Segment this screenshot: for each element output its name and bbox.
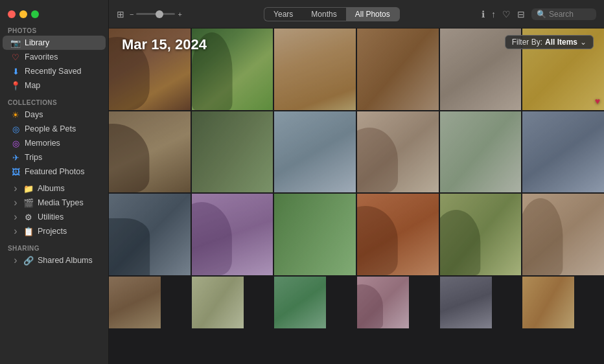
window-minimize[interactable] — [19, 10, 27, 18]
toolbar-left: ⊞ − + — [117, 9, 182, 19]
sidebar-item-people-pets[interactable]: ◎ People & Pets — [3, 122, 106, 136]
sidebar-label-people-pets: People & Pets — [25, 124, 76, 133]
sidebar-label-featured-photos: Featured Photos — [25, 167, 84, 176]
search-input[interactable] — [549, 10, 594, 19]
sidebar-label-albums: Albums — [38, 184, 65, 193]
days-icon: ☀ — [10, 109, 21, 120]
main-area: ⊞ − + Years Months All Photos ℹ ↑ ♡ ⊟ 🔍 — [109, 0, 604, 364]
photo-cell[interactable] — [192, 277, 244, 328]
people-pets-icon: ◎ — [10, 124, 21, 134]
filter-value: All Items — [545, 38, 577, 47]
photo-cell[interactable] — [109, 194, 191, 275]
memories-icon: ◎ — [10, 138, 21, 148]
photo-cell[interactable] — [440, 111, 522, 193]
sidebar-item-recently-saved[interactable]: ⬇ Recently Saved — [3, 64, 106, 78]
photo-cell[interactable] — [109, 111, 191, 193]
sidebar-label-projects: Projects — [38, 227, 67, 236]
sidebar-item-projects[interactable]: › 📋 Projects — [3, 224, 106, 238]
photo-cell[interactable] — [440, 194, 522, 275]
sidebar-item-memories[interactable]: ◎ Memories — [3, 136, 106, 150]
media-types-icon: 🎬 — [23, 198, 34, 208]
sidebar-label-memories: Memories — [25, 139, 60, 148]
albums-expand-icon: › — [10, 183, 21, 194]
sidebar-label-map: Map — [25, 81, 40, 90]
photo-cell[interactable] — [274, 28, 356, 110]
trips-icon: ✈ — [10, 152, 21, 163]
photo-cell[interactable] — [522, 111, 604, 193]
window-close[interactable] — [8, 10, 16, 18]
favorites-icon: ♡ — [10, 52, 21, 62]
sidebar-label-library: Library — [25, 38, 49, 47]
zoom-slider[interactable]: − + — [130, 10, 182, 18]
sidebar-item-albums[interactable]: › 📁 Albums — [3, 181, 106, 196]
photo-cell[interactable] — [109, 28, 191, 110]
photo-cell[interactable] — [522, 277, 574, 328]
photo-cell[interactable] — [109, 277, 161, 328]
sidebar-label-days: Days — [25, 110, 43, 119]
photo-grid-wrapper: Mar 15, 2024 Filter By: All Items ⌄ — [109, 28, 604, 364]
sidebar: Photos 📷 Library ♡ Favorites ⬇ Recently … — [0, 0, 109, 364]
media-types-expand-icon: › — [10, 198, 21, 208]
tab-all-photos[interactable]: All Photos — [346, 7, 400, 21]
photo-cell[interactable] — [192, 28, 273, 110]
sidebar-item-shared-albums[interactable]: › 🔗 Shared Albums — [3, 253, 106, 267]
heart-icon[interactable]: ♡ — [502, 9, 511, 19]
grid-view-icon[interactable]: ⊞ — [117, 9, 124, 19]
sidebar-label-media-types: Media Types — [38, 198, 84, 207]
tab-months[interactable]: Months — [302, 7, 345, 21]
window-maximize[interactable] — [31, 10, 39, 18]
search-box[interactable]: 🔍 — [531, 8, 596, 20]
photo-cell[interactable] — [357, 277, 409, 328]
sidebar-item-utilities[interactable]: › ⚙ Utilities — [3, 210, 106, 224]
zoom-thumb — [156, 10, 163, 18]
filter-button[interactable]: Filter By: All Items ⌄ — [505, 35, 594, 49]
heart-badge: ♥ — [595, 96, 600, 106]
projects-icon: 📋 — [23, 226, 34, 236]
share-icon[interactable]: ↑ — [491, 9, 496, 19]
sidebar-section-sharing: Sharing — [0, 238, 108, 253]
filter-chevron-icon: ⌄ — [580, 38, 587, 47]
toolbar-tabs: Years Months All Photos — [187, 7, 476, 21]
sidebar-section-photos: Photos — [0, 21, 108, 36]
search-icon: 🔍 — [537, 10, 546, 19]
photo-cell[interactable] — [274, 111, 356, 193]
photo-cell[interactable] — [357, 111, 439, 193]
photo-cell[interactable] — [192, 111, 273, 193]
sidebar-section-collections: Collections — [0, 93, 108, 108]
photo-cell[interactable] — [357, 28, 439, 110]
featured-photos-icon: 🖼 — [10, 166, 21, 177]
recently-saved-icon: ⬇ — [10, 66, 21, 76]
sidebar-item-library[interactable]: 📷 Library — [3, 36, 106, 50]
map-icon: 📍 — [10, 80, 21, 91]
zoom-minus-icon[interactable]: − — [130, 10, 134, 18]
photo-cell[interactable] — [357, 194, 439, 275]
tab-years[interactable]: Years — [264, 7, 302, 21]
albums-icon: 📁 — [23, 183, 34, 194]
zoom-plus-icon[interactable]: + — [178, 10, 181, 18]
sidebar-item-map[interactable]: 📍 Map — [3, 78, 106, 93]
sidebar-item-days[interactable]: ☀ Days — [3, 108, 106, 122]
sidebar-toggle-icon[interactable]: ⊟ — [517, 9, 525, 19]
zoom-track — [136, 13, 175, 15]
shared-albums-icon: 🔗 — [23, 255, 34, 266]
toolbar: ⊞ − + Years Months All Photos ℹ ↑ ♡ ⊟ 🔍 — [109, 0, 604, 28]
photo-cell[interactable] — [274, 194, 356, 275]
photo-cell[interactable] — [440, 277, 492, 328]
photo-cell[interactable] — [522, 194, 604, 275]
library-icon: 📷 — [10, 38, 21, 48]
sidebar-item-trips[interactable]: ✈ Trips — [3, 150, 106, 165]
photo-cell[interactable] — [192, 194, 273, 275]
sidebar-label-favorites: Favorites — [25, 52, 58, 62]
sidebar-label-trips: Trips — [25, 153, 42, 162]
sidebar-item-featured-photos[interactable]: 🖼 Featured Photos — [3, 165, 106, 179]
filter-label: Filter By: — [512, 38, 542, 47]
shared-albums-expand-icon: › — [10, 255, 21, 266]
photo-grid: ♥ — [109, 28, 604, 328]
info-icon[interactable]: ℹ — [482, 9, 485, 19]
sidebar-item-media-types[interactable]: › 🎬 Media Types — [3, 196, 106, 210]
sidebar-label-shared-albums: Shared Albums — [38, 256, 93, 265]
sidebar-item-favorites[interactable]: ♡ Favorites — [3, 50, 106, 64]
utilities-icon: ⚙ — [23, 212, 34, 222]
photo-cell[interactable] — [274, 277, 326, 328]
toolbar-right: ℹ ↑ ♡ ⊟ 🔍 — [482, 8, 596, 20]
